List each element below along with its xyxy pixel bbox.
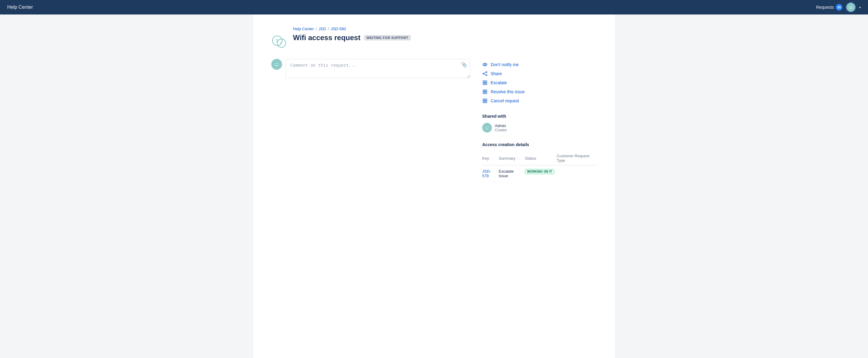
access-table: Key Summary Status Customer Request Type… bbox=[482, 151, 597, 182]
action-escalate[interactable]: Escalate bbox=[482, 78, 597, 87]
shared-user-info: Admin Creator bbox=[495, 123, 507, 132]
row-status: WORKING ON IT bbox=[525, 165, 557, 182]
svg-text:?: ? bbox=[276, 38, 278, 43]
title-content: Wifi access request WAITING FOR SUPPORT bbox=[293, 33, 411, 42]
comment-input-wrapper: 📎 bbox=[286, 59, 470, 79]
resolve-link[interactable]: Resolve this issue bbox=[491, 89, 525, 94]
svg-rect-28 bbox=[485, 101, 487, 103]
shared-user: Admin Creator bbox=[482, 123, 597, 133]
svg-point-14 bbox=[483, 73, 484, 74]
svg-rect-20 bbox=[485, 83, 487, 85]
svg-point-11 bbox=[484, 64, 486, 65]
svg-line-15 bbox=[484, 73, 486, 73]
header-right: Requests 30 ▾ bbox=[816, 2, 861, 12]
svg-point-12 bbox=[486, 72, 487, 73]
right-column: Don't notify me Share bbox=[482, 59, 597, 182]
shared-with-section: Shared with Admin Creator bbox=[482, 114, 597, 133]
shared-user-avatar bbox=[482, 123, 492, 133]
row-request-type bbox=[557, 165, 597, 182]
breadcrumb-sep-2: / bbox=[328, 27, 329, 31]
main-content: Help Center / JSD / JSD-580 ? ? Wifi acc… bbox=[253, 15, 615, 358]
svg-point-13 bbox=[486, 75, 487, 76]
shared-user-role: Creator bbox=[495, 128, 507, 132]
svg-point-9 bbox=[278, 63, 278, 64]
svg-point-2 bbox=[851, 6, 852, 7]
svg-point-0 bbox=[848, 4, 854, 10]
access-details-section: Access creation details Key Summary Stat… bbox=[482, 142, 597, 182]
attach-icon[interactable]: 📎 bbox=[461, 62, 467, 67]
shared-with-title: Shared with bbox=[482, 114, 597, 119]
shared-user-name: Admin bbox=[495, 123, 507, 128]
breadcrumb-jsd[interactable]: JSD bbox=[318, 27, 326, 31]
cancel-link[interactable]: Cancel request bbox=[491, 99, 519, 103]
svg-point-30 bbox=[486, 127, 487, 128]
dont-notify-link[interactable]: Don't notify me bbox=[491, 62, 519, 67]
svg-rect-17 bbox=[483, 81, 485, 83]
avatar-face bbox=[847, 3, 855, 11]
resolve-icon bbox=[482, 89, 488, 94]
svg-point-7 bbox=[273, 60, 281, 68]
user-avatar-button[interactable] bbox=[846, 2, 856, 12]
requests-badge: 30 bbox=[836, 4, 842, 10]
request-type-icon: ? ? bbox=[271, 33, 287, 49]
comment-area: 📎 bbox=[271, 59, 470, 79]
row-summary: Escalate Issue bbox=[499, 165, 525, 182]
svg-rect-18 bbox=[485, 81, 487, 83]
col-status: Status bbox=[525, 151, 557, 165]
svg-line-16 bbox=[484, 74, 486, 75]
requests-label: Requests bbox=[816, 5, 834, 10]
escalate-icon bbox=[482, 80, 488, 85]
table-row: JSD-578 Escalate Issue WORKING ON IT bbox=[482, 165, 597, 182]
svg-point-1 bbox=[849, 6, 850, 7]
title-area: ? ? Wifi access request WAITING FOR SUPP… bbox=[271, 33, 597, 49]
requests-button[interactable]: Requests 30 bbox=[816, 4, 842, 10]
svg-text:?: ? bbox=[280, 42, 282, 45]
eye-icon bbox=[482, 62, 488, 67]
working-badge: WORKING ON IT bbox=[525, 169, 554, 174]
escalate-link[interactable]: Escalate bbox=[491, 80, 507, 85]
comment-input[interactable] bbox=[286, 59, 470, 78]
svg-rect-27 bbox=[483, 101, 485, 103]
svg-rect-21 bbox=[483, 90, 485, 92]
svg-point-29 bbox=[484, 124, 491, 131]
share-link[interactable]: Share bbox=[491, 71, 502, 76]
app-title: Help Center bbox=[7, 4, 33, 10]
page-title: Wifi access request bbox=[293, 33, 361, 42]
action-cancel[interactable]: Cancel request bbox=[482, 96, 597, 105]
left-column: 📎 bbox=[271, 59, 470, 182]
access-details-title: Access creation details bbox=[482, 142, 597, 147]
action-share[interactable]: Share bbox=[482, 69, 597, 78]
svg-point-8 bbox=[275, 63, 276, 64]
action-resolve[interactable]: Resolve this issue bbox=[482, 87, 597, 96]
cancel-icon bbox=[482, 98, 488, 104]
breadcrumb: Help Center / JSD / JSD-580 bbox=[293, 27, 597, 31]
svg-rect-25 bbox=[483, 99, 485, 101]
row-key-link[interactable]: JSD-578 bbox=[482, 169, 491, 178]
action-list: Don't notify me Share bbox=[482, 60, 597, 105]
header: Help Center Requests 30 ▾ bbox=[0, 0, 868, 15]
content-grid: 📎 Don't notify me bbox=[271, 59, 597, 182]
col-request-type: Customer Request Type bbox=[557, 151, 597, 165]
col-summary: Summary bbox=[499, 151, 525, 165]
status-badge: WAITING FOR SUPPORT bbox=[364, 35, 411, 40]
breadcrumb-jsd-580[interactable]: JSD-580 bbox=[331, 27, 346, 31]
svg-rect-22 bbox=[485, 90, 487, 92]
row-key: JSD-578 bbox=[482, 165, 499, 182]
svg-rect-24 bbox=[485, 92, 487, 94]
breadcrumb-help-center[interactable]: Help Center bbox=[293, 27, 314, 31]
svg-rect-26 bbox=[485, 99, 487, 101]
svg-point-31 bbox=[488, 127, 489, 128]
action-dont-notify[interactable]: Don't notify me bbox=[482, 60, 597, 69]
svg-rect-19 bbox=[483, 83, 485, 85]
breadcrumb-sep-1: / bbox=[315, 27, 317, 31]
avatar-chevron-icon[interactable]: ▾ bbox=[859, 6, 861, 9]
share-icon bbox=[482, 71, 488, 76]
svg-point-10 bbox=[483, 63, 487, 66]
col-key: Key bbox=[482, 151, 499, 165]
current-user-avatar bbox=[271, 59, 282, 70]
svg-rect-23 bbox=[483, 92, 485, 94]
